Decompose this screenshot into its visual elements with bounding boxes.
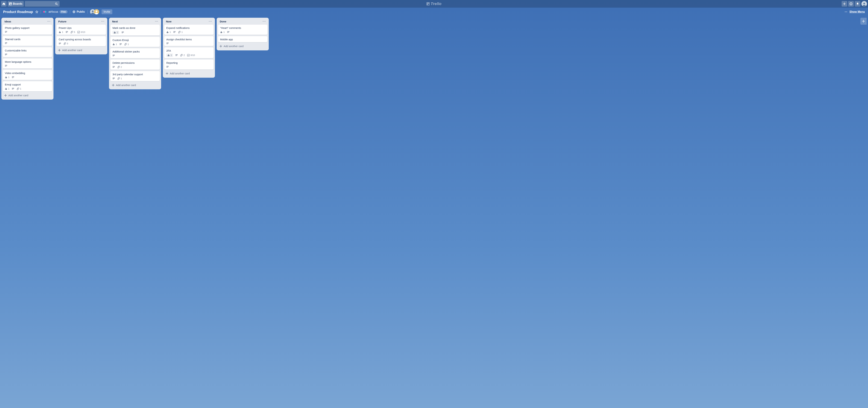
boards-button[interactable]: Boards xyxy=(8,1,24,7)
search-input[interactable] xyxy=(25,1,60,7)
add-card-button[interactable]: Add another card xyxy=(57,48,106,53)
home-button[interactable] xyxy=(1,1,7,7)
list-menu-button[interactable]: ··· xyxy=(101,20,104,23)
list-menu-button[interactable]: ··· xyxy=(209,20,212,23)
description-badge xyxy=(166,66,169,68)
board-header-right: Show Menu xyxy=(844,10,865,13)
person-icon xyxy=(94,10,99,14)
card[interactable]: Mark cards as done2 xyxy=(111,25,160,35)
card[interactable]: Video embedding1 xyxy=(3,70,52,80)
attachment-icon xyxy=(124,43,127,46)
description-badge xyxy=(175,54,178,56)
list-menu-button[interactable]: ··· xyxy=(155,20,158,23)
votes-count: 1 xyxy=(223,31,225,33)
plus-icon xyxy=(112,84,115,87)
list-header: Done··· xyxy=(218,20,267,23)
votes-count: 1 xyxy=(169,31,171,33)
card-badges xyxy=(5,65,50,67)
star-icon[interactable] xyxy=(35,10,38,13)
invite-button[interactable]: Invite xyxy=(101,9,112,14)
checklist-count: 0/10 xyxy=(190,54,195,56)
description-badge xyxy=(5,65,7,67)
dots-icon[interactable] xyxy=(844,10,847,13)
card-badges: 1 xyxy=(113,77,158,80)
card[interactable]: "Heart" comments1 xyxy=(218,25,267,35)
attachment-icon xyxy=(117,66,120,68)
description-badge xyxy=(113,66,115,68)
description-icon xyxy=(119,43,122,46)
card[interactable]: Delete permissions2 xyxy=(111,60,160,70)
card[interactable]: Power-Ups150/13 xyxy=(57,25,106,35)
list: Done···"Heart" comments1Mobile appAdd an… xyxy=(217,18,269,50)
votes-badge: 1 xyxy=(166,31,171,33)
list-title[interactable]: Future xyxy=(58,20,66,23)
board-title[interactable]: Product Roadmap xyxy=(3,10,33,14)
card-title: Reporting xyxy=(166,61,212,64)
card[interactable]: Mobile app xyxy=(218,36,267,42)
list: Ideas···Photo gallery supportStarred car… xyxy=(1,18,54,99)
card[interactable]: Photo gallery support xyxy=(3,25,52,35)
add-card-label: Add another card xyxy=(62,49,82,52)
plan-pill: Free xyxy=(60,10,67,13)
card[interactable]: Custom Emoji11 xyxy=(111,37,160,47)
team-chip[interactable]: airfocus Free xyxy=(43,10,67,13)
votes-badge: 1 xyxy=(113,43,117,46)
list-title[interactable]: Ideas xyxy=(4,20,11,23)
card[interactable]: Emoji support11 xyxy=(3,81,52,91)
add-card-button[interactable]: Add another card xyxy=(218,43,267,49)
card[interactable]: Additional sticker packs xyxy=(111,48,160,58)
attachments-badge: 2 xyxy=(180,54,185,56)
user-avatar[interactable] xyxy=(861,1,867,7)
card-badges: 3 xyxy=(59,42,104,45)
add-card-button[interactable]: Add another card xyxy=(111,83,160,88)
globe-icon xyxy=(72,10,75,13)
description-icon xyxy=(122,31,124,34)
card[interactable]: Customizable links xyxy=(3,47,52,57)
create-button[interactable] xyxy=(842,1,847,7)
card-badges: 2 xyxy=(113,31,158,34)
list-menu-button[interactable]: ··· xyxy=(262,20,266,23)
add-card-button[interactable]: Add another card xyxy=(3,93,52,98)
member-avatar[interactable] xyxy=(94,9,99,14)
card-badges: 11 xyxy=(113,43,158,46)
add-list-button[interactable] xyxy=(860,18,867,25)
card[interactable]: Starred cards xyxy=(3,36,52,46)
checklist-badge: 0/13 xyxy=(78,31,85,33)
card[interactable]: 2FA120/10 xyxy=(164,48,214,58)
checklist-icon xyxy=(187,54,190,56)
card[interactable]: 3rd party calendar support1 xyxy=(111,71,160,81)
list-title[interactable]: Done xyxy=(220,20,226,23)
add-card-button[interactable]: Add another card xyxy=(164,71,214,76)
list-menu-button[interactable]: ··· xyxy=(48,20,51,23)
checklist-icon xyxy=(78,31,80,33)
plus-icon xyxy=(862,20,865,23)
card-title: Card syncing across boards xyxy=(59,38,104,41)
card[interactable]: Reporting xyxy=(164,60,214,69)
info-button[interactable] xyxy=(848,1,854,7)
description-icon xyxy=(173,31,176,33)
description-badge xyxy=(5,31,7,33)
description-icon xyxy=(113,77,115,80)
description-icon xyxy=(113,66,115,68)
member-avatars[interactable] xyxy=(90,9,99,14)
description-icon xyxy=(166,66,169,68)
list-title[interactable]: Next xyxy=(112,20,118,23)
list: Future···Power-Ups150/13Card syncing acr… xyxy=(55,18,107,54)
attachments-badge: 1 xyxy=(178,31,183,33)
show-menu-button[interactable]: Show Menu xyxy=(849,10,865,13)
thumb-icon xyxy=(59,31,61,33)
visibility-button[interactable]: Public xyxy=(72,10,85,13)
description-badge xyxy=(66,31,68,33)
app-logo: Trello xyxy=(427,2,442,6)
list-header: Future··· xyxy=(57,20,106,23)
notifications-button[interactable] xyxy=(855,1,860,7)
card[interactable]: Expand notifications11 xyxy=(164,25,214,35)
checklist-badge: 0/10 xyxy=(187,54,195,56)
plus-icon xyxy=(219,45,222,48)
card[interactable]: Card syncing across boards3 xyxy=(57,36,106,46)
list-title[interactable]: Now xyxy=(166,20,172,23)
description-badge xyxy=(166,42,169,45)
card[interactable]: Assign checklist items xyxy=(164,36,214,46)
attachment-icon xyxy=(117,77,120,80)
card[interactable]: More language options xyxy=(3,59,52,68)
